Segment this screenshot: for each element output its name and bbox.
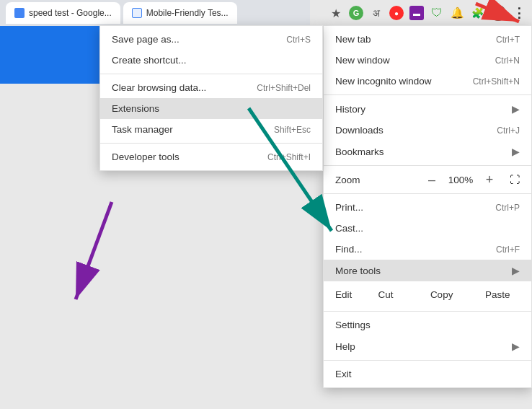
bookmark-icon[interactable]: ★ bbox=[329, 6, 343, 20]
save-page-as-label: Save page as... bbox=[112, 34, 179, 45]
zoom-fullscreen-button[interactable]: ⛶ bbox=[510, 174, 520, 185]
exit-item[interactable]: Exit bbox=[324, 364, 531, 384]
extensions-icon[interactable]: G bbox=[349, 6, 363, 20]
zoom-label: Zoom bbox=[335, 175, 378, 185]
divider-1 bbox=[324, 94, 531, 95]
help-item[interactable]: Help ▶ bbox=[324, 335, 531, 357]
history-item[interactable]: History ▶ bbox=[324, 98, 531, 120]
divider-2 bbox=[324, 165, 531, 166]
zoom-value: 100% bbox=[446, 175, 475, 185]
help-label: Help bbox=[335, 341, 355, 352]
more-tools-divider-1 bbox=[100, 74, 322, 74]
menu-button[interactable]: ⋮ bbox=[512, 6, 526, 20]
zoom-controls: – 100% + ⛶ bbox=[423, 173, 520, 186]
bookmarks-item[interactable]: Bookmarks ▶ bbox=[324, 141, 531, 162]
find-label: Find... bbox=[335, 244, 363, 255]
extensions-label: Extensions bbox=[112, 103, 159, 114]
more-tools-arrow: ▶ bbox=[512, 265, 520, 276]
cut-button[interactable]: Cut bbox=[358, 286, 414, 304]
create-shortcut-label: Create shortcut... bbox=[112, 55, 187, 66]
divider-5 bbox=[324, 360, 531, 361]
find-shortcut: Ctrl+F bbox=[496, 245, 520, 255]
extensions-puzzle-icon[interactable]: 🧩 bbox=[470, 6, 484, 20]
more-tools-label: More tools bbox=[335, 265, 381, 276]
settings-item[interactable]: Settings bbox=[324, 315, 531, 335]
avatar[interactable] bbox=[490, 5, 506, 21]
chrome-menu: New tab Ctrl+T New window Ctrl+N New inc… bbox=[323, 25, 532, 388]
clear-browsing-label: Clear browsing data... bbox=[112, 82, 206, 93]
new-window-shortcut: Ctrl+N bbox=[495, 56, 520, 66]
tab-2-label: Mobile-Friendly Tes... bbox=[146, 8, 229, 18]
zoom-plus-button[interactable]: + bbox=[481, 173, 498, 186]
downloads-shortcut: Ctrl+J bbox=[497, 126, 520, 136]
task-manager-item[interactable]: Task manager Shift+Esc bbox=[100, 119, 322, 140]
downloads-label: Downloads bbox=[335, 125, 384, 136]
zoom-row: Zoom – 100% + ⛶ bbox=[324, 169, 531, 190]
divider-4 bbox=[324, 311, 531, 312]
ext-purple-icon[interactable]: ▬ bbox=[409, 6, 424, 20]
settings-label: Settings bbox=[335, 320, 371, 330]
print-label: Print... bbox=[335, 202, 363, 213]
clear-browsing-shortcut: Ctrl+Shift+Del bbox=[257, 83, 311, 93]
divider-3 bbox=[324, 193, 531, 194]
cast-item[interactable]: Cast... bbox=[324, 218, 531, 239]
task-manager-shortcut: Shift+Esc bbox=[274, 125, 311, 135]
tab-2-favicon bbox=[132, 8, 142, 18]
extensions-item[interactable]: Extensions bbox=[100, 98, 322, 119]
new-tab-item[interactable]: New tab Ctrl+T bbox=[324, 29, 531, 50]
alert-icon[interactable]: 🔔 bbox=[450, 6, 464, 20]
new-tab-label: New tab bbox=[335, 34, 371, 45]
history-label: History bbox=[335, 104, 365, 115]
new-window-label: New window bbox=[335, 55, 390, 66]
history-arrow: ▶ bbox=[512, 103, 520, 115]
tab-1-label: speed test - Google... bbox=[29, 8, 112, 18]
developer-tools-shortcut: Ctrl+Shift+I bbox=[267, 152, 311, 162]
clear-browsing-data-item[interactable]: Clear browsing data... Ctrl+Shift+Del bbox=[100, 77, 322, 98]
help-arrow: ▶ bbox=[512, 340, 520, 352]
opera-icon[interactable]: ● bbox=[389, 6, 404, 20]
exit-label: Exit bbox=[335, 369, 352, 379]
new-incognito-shortcut: Ctrl+Shift+N bbox=[473, 76, 520, 87]
developer-tools-item[interactable]: Developer tools Ctrl+Shift+I bbox=[100, 146, 322, 167]
tab-1-favicon bbox=[14, 8, 25, 18]
create-shortcut-item[interactable]: Create shortcut... bbox=[100, 50, 322, 71]
zoom-minus-button[interactable]: – bbox=[423, 173, 440, 186]
more-tools-item[interactable]: More tools ▶ bbox=[324, 260, 531, 281]
find-item[interactable]: Find... Ctrl+F bbox=[324, 239, 531, 260]
save-page-as-shortcut: Ctrl+S bbox=[286, 35, 311, 45]
more-tools-submenu: Save page as... Ctrl+S Create shortcut..… bbox=[99, 25, 323, 171]
developer-tools-label: Developer tools bbox=[112, 151, 179, 162]
tab-1[interactable]: speed test - Google... bbox=[6, 2, 120, 24]
print-item[interactable]: Print... Ctrl+P bbox=[324, 197, 531, 218]
edit-label: Edit bbox=[329, 289, 358, 300]
toolbar-icons: ★ G अ ● ▬ 🛡 🔔 🧩 ⋮ bbox=[245, 0, 532, 26]
task-manager-label: Task manager bbox=[112, 124, 173, 135]
print-shortcut: Ctrl+P bbox=[495, 203, 520, 213]
paste-button[interactable]: Paste bbox=[469, 286, 526, 304]
more-tools-divider-2 bbox=[100, 143, 322, 144]
security-icon[interactable]: 🛡 bbox=[430, 6, 444, 20]
save-page-as-item[interactable]: Save page as... Ctrl+S bbox=[100, 29, 322, 50]
bookmarks-arrow: ▶ bbox=[512, 146, 520, 157]
cast-label: Cast... bbox=[335, 223, 363, 234]
downloads-item[interactable]: Downloads Ctrl+J bbox=[324, 120, 531, 141]
bookmarks-label: Bookmarks bbox=[335, 146, 384, 157]
tab-2[interactable]: Mobile-Friendly Tes... bbox=[123, 2, 237, 24]
copy-button[interactable]: Copy bbox=[414, 286, 470, 304]
new-window-item[interactable]: New window Ctrl+N bbox=[324, 50, 531, 71]
edit-row: Edit Cut Copy Paste bbox=[324, 281, 531, 308]
translate-icon[interactable]: अ bbox=[369, 6, 384, 20]
new-tab-shortcut: Ctrl+T bbox=[496, 35, 520, 45]
new-incognito-label: New incognito window bbox=[335, 76, 432, 87]
new-incognito-item[interactable]: New incognito window Ctrl+Shift+N bbox=[324, 71, 531, 92]
